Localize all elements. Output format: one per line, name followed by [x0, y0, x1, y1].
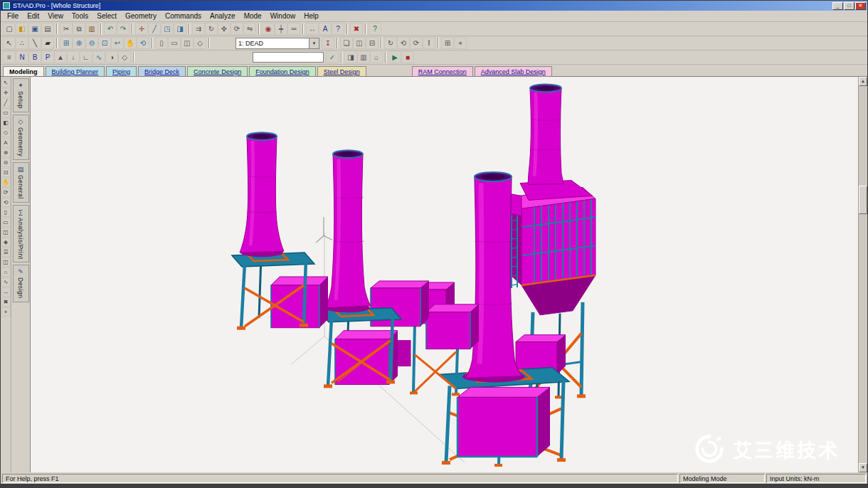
zoom-previous-icon[interactable]: ↩ — [111, 37, 124, 49]
cut-section-icon[interactable]: ◨ — [344, 51, 357, 63]
supports-toggle-icon[interactable]: ▲ — [54, 51, 67, 63]
vertical-scrollbar[interactable]: ▲ ▼ — [858, 77, 867, 472]
node-labels-icon[interactable]: N — [16, 51, 28, 63]
plate-labels-icon[interactable]: P — [41, 51, 54, 63]
cursor-beam-icon[interactable]: ╲ — [28, 37, 41, 49]
chevron-down-icon[interactable]: ▼ — [309, 38, 319, 48]
tab-foundation-design[interactable]: Foundation Design — [249, 66, 316, 76]
strip-text-label-icon[interactable]: A — [1, 138, 11, 147]
open-file-icon[interactable]: ◧ — [16, 23, 28, 35]
pan-icon[interactable]: ✋ — [124, 37, 137, 49]
add-beam-icon[interactable]: ╱ — [148, 23, 161, 35]
menu-edit[interactable]: Edit — [23, 11, 43, 21]
page-tab-geometry[interactable]: ◇Geometry — [13, 115, 29, 160]
menu-help[interactable]: Help — [300, 11, 323, 21]
redraw-icon[interactable]: ⟲ — [137, 37, 149, 49]
menu-mode[interactable]: Mode — [240, 11, 266, 21]
scroll-up-icon[interactable]: ▲ — [859, 77, 867, 86]
rotate-icon[interactable]: ⟳ — [231, 23, 243, 35]
strip-add-surface-icon[interactable]: ◇ — [1, 128, 11, 137]
query-icon[interactable]: ? — [332, 23, 344, 35]
section-view-icon[interactable]: ▥ — [357, 51, 370, 63]
apply-icon[interactable]: ✓ — [326, 51, 339, 63]
minimize-button[interactable]: _ — [832, 2, 843, 10]
active-load-combo[interactable]: 1: DEAD▼ — [235, 38, 319, 49]
tab-modeling[interactable]: Modeling — [3, 66, 44, 76]
page-tab-analysis-print[interactable]: ∑Analysis/Print — [13, 205, 29, 263]
beam-labels-icon[interactable]: B — [28, 51, 41, 63]
tab-steel-design[interactable]: Steel Design — [317, 66, 366, 76]
reset-view-icon[interactable]: ⌂ — [370, 51, 383, 63]
strip-pan-view-icon[interactable]: ✋ — [1, 178, 11, 187]
paste-icon[interactable]: ▥ — [85, 23, 98, 35]
diagrams-toggle-icon[interactable]: ∿ — [92, 51, 105, 63]
tab-bridge-deck[interactable]: Bridge Deck — [138, 66, 186, 76]
zoom-window-icon[interactable]: ⊡ — [98, 37, 111, 49]
tab-building-planner[interactable]: Building Planner — [46, 66, 105, 76]
strip-view-iso-icon[interactable]: ◈ — [1, 238, 11, 247]
maximize-button[interactable]: □ — [844, 2, 854, 10]
menu-geometry[interactable]: Geometry — [121, 11, 161, 21]
menu-select[interactable]: Select — [92, 11, 121, 21]
copy-icon[interactable]: ⧉ — [73, 23, 85, 35]
model-canvas[interactable]: 艾三维技术 — [31, 77, 858, 472]
scrollbar-thumb[interactable] — [859, 186, 867, 214]
add-node-icon[interactable]: ✛ — [135, 23, 148, 35]
cursor-plate-icon[interactable]: ▰ — [41, 37, 54, 49]
strip-view-side-icon[interactable]: ◫ — [1, 228, 11, 237]
menu-commands[interactable]: Commands — [161, 11, 206, 21]
move-icon[interactable]: ✜ — [218, 23, 231, 35]
shading-toggle-icon[interactable]: ◑ — [105, 51, 118, 63]
cursor-node-icon[interactable]: ∴ — [16, 37, 28, 49]
strip-add-beam-icon[interactable]: ╱ — [1, 98, 11, 107]
text-tool-icon[interactable]: I — [423, 37, 435, 49]
strip-rotate-ccw-icon[interactable]: ⟲ — [1, 198, 11, 207]
strip-split-view-icon[interactable]: ◫ — [1, 258, 11, 267]
run-analysis-icon[interactable]: ▶ — [388, 51, 401, 63]
mirror-icon[interactable]: ⇋ — [243, 23, 256, 35]
cursor-select-icon[interactable]: ↖ — [3, 37, 16, 49]
delete-icon[interactable]: ✖ — [350, 23, 363, 35]
undo-icon[interactable]: ↶ — [104, 23, 117, 35]
menu-tools[interactable]: Tools — [68, 11, 92, 21]
add-plate-icon[interactable]: ◳ — [161, 23, 174, 35]
axes-icon-icon[interactable]: ∟ — [80, 51, 92, 63]
zoom-all-icon[interactable]: ⊞ — [60, 37, 73, 49]
menu-view[interactable]: View — [43, 11, 68, 21]
save-icon[interactable]: ▣ — [28, 23, 41, 35]
load-page-icon[interactable]: ↧ — [322, 37, 334, 49]
menu-window[interactable]: Window — [266, 11, 300, 21]
split-beam-icon[interactable]: ┿ — [275, 23, 287, 35]
tab-ram-connection[interactable]: RAM Connection — [412, 66, 473, 76]
strip-list-view-icon[interactable]: ☰ — [1, 248, 11, 257]
grid-toggle-icon[interactable]: ⊞ — [441, 37, 454, 49]
view-iso-icon[interactable]: ◇ — [194, 37, 206, 49]
strip-dimension-tool-icon[interactable]: ↔ — [1, 287, 11, 297]
toolbar-text-input[interactable] — [253, 52, 324, 63]
view-front-icon[interactable]: ▯ — [155, 37, 168, 49]
zoom-out-icon[interactable]: ⊖ — [85, 37, 98, 49]
page-tab-design[interactable]: ✎Design — [13, 265, 29, 302]
annotate-icon[interactable]: A — [319, 23, 332, 35]
strip-add-solid-icon[interactable]: ◧ — [1, 118, 11, 127]
orbit-icon[interactable]: ↻ — [384, 37, 397, 49]
tab-piping[interactable]: Piping — [106, 66, 137, 76]
strip-rotate-cw-icon[interactable]: ⟳ — [1, 188, 11, 197]
merge-beams-icon[interactable]: ═ — [287, 23, 300, 35]
new-file-icon[interactable]: ▢ — [3, 23, 16, 35]
help-icon[interactable]: ? — [369, 23, 381, 35]
strip-add-node-icon[interactable]: ✛ — [1, 88, 11, 97]
loads-toggle-icon[interactable]: ↓ — [67, 51, 80, 63]
view-side-icon[interactable]: ◫ — [181, 37, 194, 49]
strip-erase-tool-icon[interactable]: ✖ — [1, 297, 11, 307]
insert-node-icon[interactable]: ◉ — [262, 23, 275, 35]
scrollbar-track[interactable] — [859, 86, 867, 463]
axes-toggle-icon[interactable]: ⌖ — [454, 37, 467, 49]
close-button[interactable]: ✕ — [855, 2, 866, 10]
tab-concrete-design[interactable]: Concrete Design — [187, 66, 248, 76]
cut-icon[interactable]: ✂ — [60, 23, 73, 35]
strip-view-top-icon[interactable]: ▭ — [1, 218, 11, 227]
tab-advanced-slab-design[interactable]: Advanced Slab Design — [475, 66, 552, 76]
strip-zoom-window-icon[interactable]: ⊡ — [1, 168, 11, 177]
strip-zoom-out-icon[interactable]: ⊖ — [1, 158, 11, 167]
